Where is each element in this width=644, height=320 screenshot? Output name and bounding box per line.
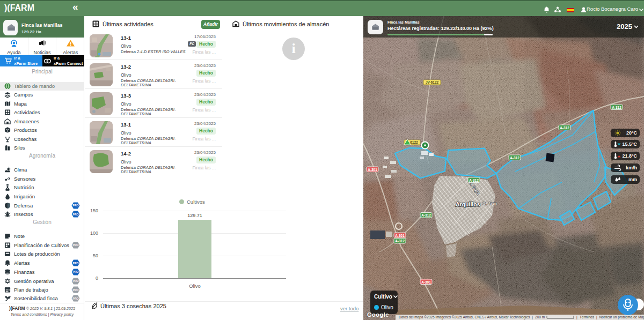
svg-text:A-301: A-301 [421,280,431,284]
svg-text:A-312: A-312 [612,106,621,109]
svg-text:A-312: A-312 [560,126,569,130]
svg-text:Arquillos: Arquillos [456,201,480,207]
svg-text:C. Jaén: C. Jaén [482,201,497,206]
svg-text:A-312: A-312 [510,156,519,160]
svg-text:A-312: A-312 [395,239,405,243]
svg-text:A-301: A-301 [395,234,405,237]
svg-text:A-312: A-312 [469,178,479,182]
svg-text:A-301: A-301 [368,168,377,172]
svg-text:A-312: A-312 [421,213,431,217]
svg-text:JV-6122: JV-6122 [426,80,439,84]
